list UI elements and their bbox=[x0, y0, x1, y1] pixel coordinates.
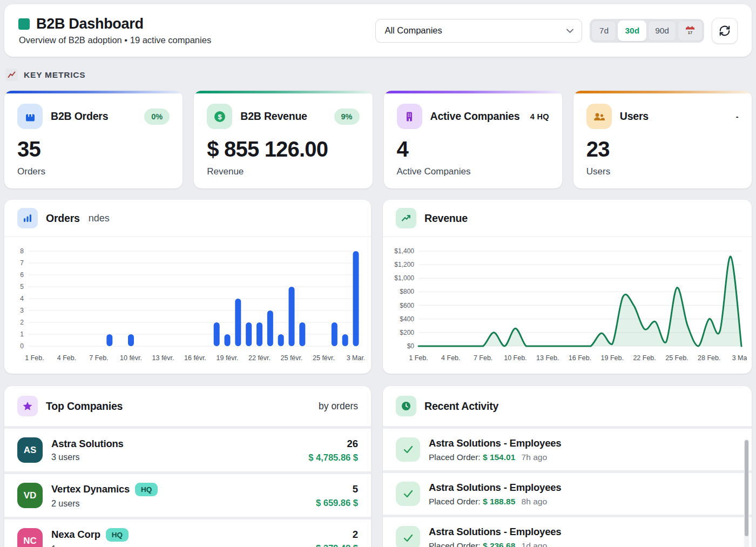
bar-chart-icon bbox=[17, 208, 38, 228]
star-icon bbox=[17, 396, 38, 416]
company-orders: 26 bbox=[308, 438, 358, 450]
top-companies-title: Top Companies bbox=[46, 400, 123, 413]
activity-amount: $ 154.01 bbox=[483, 453, 515, 462]
svg-text:4 Feb.: 4 Feb. bbox=[441, 354, 460, 362]
svg-text:0: 0 bbox=[20, 342, 24, 350]
check-icon bbox=[396, 526, 420, 547]
hq-badge: HQ bbox=[106, 528, 129, 542]
metric-label: Revenue bbox=[207, 166, 359, 177]
metric-card-orders: B2B Orders 0% 35 Orders bbox=[4, 91, 183, 188]
avatar: AS bbox=[17, 437, 43, 463]
dollar-icon: $ bbox=[207, 104, 232, 129]
revenue-chart-title: Revenue bbox=[424, 212, 468, 225]
svg-text:10 Feb.: 10 Feb. bbox=[504, 354, 526, 362]
activity-detail: Placed Order: $ 188.85 8h ago bbox=[429, 497, 561, 507]
check-icon bbox=[396, 437, 420, 462]
building-icon bbox=[397, 104, 422, 129]
activity-title: Astra Solutions - Employees bbox=[429, 482, 561, 494]
svg-text:$1,000: $1,000 bbox=[394, 274, 414, 282]
range-button-30d[interactable]: 30d bbox=[618, 21, 646, 41]
bag-icon bbox=[17, 104, 43, 129]
company-row-vertex[interactable]: VD Vertex Dynamics HQ 2 users 5 $ 659.86… bbox=[4, 474, 371, 517]
refresh-button[interactable] bbox=[712, 18, 738, 44]
top-companies-card: Top Companies by orders AS Astra Solutio… bbox=[4, 386, 371, 547]
metric-title: B2B Revenue bbox=[240, 110, 307, 123]
trend-up-icon bbox=[396, 208, 416, 228]
activity-scrollbar-thumb[interactable] bbox=[745, 440, 748, 536]
svg-text:7 Feb.: 7 Feb. bbox=[89, 354, 108, 362]
company-filter-select[interactable]: All Companies bbox=[375, 19, 582, 43]
orders-chart-title-suffix: ndes bbox=[89, 213, 110, 224]
svg-text:$400: $400 bbox=[400, 315, 414, 323]
calendar-icon: 17 bbox=[685, 25, 696, 36]
svg-text:4 Feb.: 4 Feb. bbox=[57, 354, 76, 362]
orders-bar-chart: 0123456781 Feb.4 Feb.7 Feb.10 févr.13 fé… bbox=[12, 245, 364, 370]
svg-text:25 févr.: 25 févr. bbox=[281, 354, 303, 362]
revenue-chart-card: Revenue $0$200$400$600$800$1,000$1,200$1… bbox=[383, 200, 752, 374]
svg-text:$200: $200 bbox=[400, 329, 414, 336]
svg-text:8: 8 bbox=[20, 247, 24, 255]
svg-text:16 Feb.: 16 Feb. bbox=[569, 354, 591, 362]
activity-time: 1d ago bbox=[522, 541, 547, 547]
range-button-90d[interactable]: 90d bbox=[648, 21, 676, 41]
activity-time: 8h ago bbox=[522, 497, 547, 506]
metric-label: Active Companies bbox=[397, 166, 549, 177]
svg-text:3 Mar.: 3 Mar. bbox=[732, 354, 747, 362]
svg-text:$1,400: $1,400 bbox=[394, 247, 414, 255]
activity-row: Astra Solutions - Employees Placed Order… bbox=[383, 517, 752, 547]
activity-amount: $ 236.68 bbox=[483, 541, 515, 547]
metric-card-revenue: $ B2B Revenue 9% $ 855 126.00 Revenue bbox=[194, 91, 372, 188]
svg-text:4: 4 bbox=[20, 295, 24, 302]
activity-scrollbar bbox=[744, 439, 749, 547]
activity-time: 7h ago bbox=[522, 453, 547, 462]
company-amount: $ 379.48 $ bbox=[316, 543, 358, 547]
metric-title: Users bbox=[620, 110, 649, 123]
activity-amount: $ 188.85 bbox=[483, 497, 515, 506]
check-icon bbox=[396, 482, 420, 506]
activity-detail: Placed Order: $ 236.68 1d ago bbox=[429, 541, 561, 547]
metric-badge: 0% bbox=[144, 109, 170, 125]
svg-text:16 févr.: 16 févr. bbox=[184, 354, 206, 362]
svg-text:1 Feb.: 1 Feb. bbox=[25, 354, 44, 362]
orders-chart-card: Orders ndes 0123456781 Feb.4 Feb.7 Feb.1… bbox=[4, 200, 371, 374]
metric-label: Orders bbox=[17, 166, 170, 177]
company-orders: 2 bbox=[316, 529, 358, 541]
svg-text:28 Feb.: 28 Feb. bbox=[698, 354, 720, 362]
clock-icon bbox=[396, 396, 416, 416]
metric-value: 4 bbox=[397, 137, 549, 161]
metric-card-companies: Active Companies 4 HQ 4 Active Companies bbox=[384, 91, 562, 188]
company-row-astra[interactable]: AS Astra Solutions 3 users 26 $ 4,785.86… bbox=[4, 429, 371, 471]
dashboard-header: B2B Dashboard Overview of B2B adoption •… bbox=[4, 4, 752, 57]
refresh-icon bbox=[719, 25, 731, 37]
trend-line-icon bbox=[5, 69, 18, 81]
top-companies-sort: by orders bbox=[319, 401, 358, 412]
metric-card-users: Users - 23 Users bbox=[573, 91, 752, 188]
svg-text:22 Feb.: 22 Feb. bbox=[633, 354, 656, 362]
range-button-7d[interactable]: 7d bbox=[591, 21, 616, 41]
company-filter-value: All Companies bbox=[384, 25, 442, 36]
svg-text:2: 2 bbox=[20, 319, 24, 326]
page-subtitle: Overview of B2B adoption • 19 active com… bbox=[19, 35, 211, 45]
svg-text:6: 6 bbox=[20, 271, 24, 279]
activity-title: Astra Solutions - Employees bbox=[429, 526, 561, 538]
company-name: Vertex Dynamics bbox=[51, 483, 130, 495]
metric-value: 23 bbox=[586, 137, 739, 161]
metric-value: 35 bbox=[17, 137, 170, 161]
activity-detail: Placed Order: $ 154.01 7h ago bbox=[429, 453, 561, 462]
svg-text:$600: $600 bbox=[400, 302, 414, 309]
company-users: 1 user bbox=[51, 544, 129, 547]
svg-text:1 Feb.: 1 Feb. bbox=[409, 354, 428, 362]
recent-activity-title: Recent Activity bbox=[424, 400, 498, 413]
svg-text:$0: $0 bbox=[407, 342, 415, 350]
company-amount: $ 659.86 $ bbox=[316, 498, 358, 508]
svg-text:7: 7 bbox=[20, 259, 24, 267]
svg-text:3: 3 bbox=[20, 307, 24, 314]
revenue-area-chart: $0$200$400$600$800$1,000$1,200$1,4001 Fe… bbox=[390, 245, 747, 370]
avatar: NC bbox=[17, 528, 43, 547]
svg-text:13 Feb.: 13 Feb. bbox=[536, 354, 559, 362]
company-row-nexa[interactable]: NC Nexa Corp HQ 1 user 2 $ 379.48 $ bbox=[4, 519, 371, 547]
brand-square-icon bbox=[18, 18, 30, 30]
calendar-button[interactable]: 17 bbox=[678, 21, 703, 41]
svg-text:1: 1 bbox=[20, 330, 24, 338]
svg-text:$1,200: $1,200 bbox=[394, 261, 414, 268]
